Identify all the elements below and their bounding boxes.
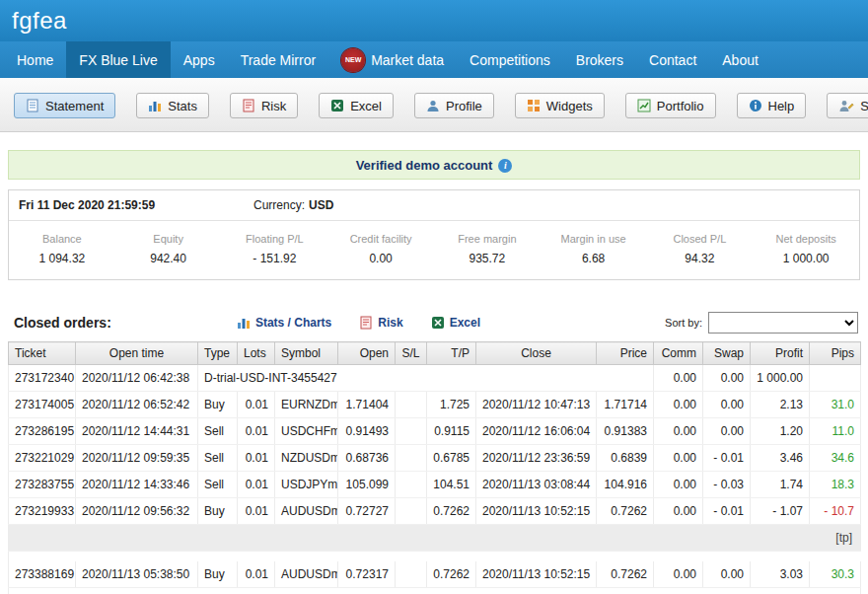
summary-value: 942.40 <box>115 252 222 265</box>
table-cell: USDJPYm <box>275 472 338 498</box>
widgets-icon <box>527 99 541 112</box>
table-cell: 1.71404 <box>338 392 396 418</box>
profile-button[interactable]: Profile <box>414 93 494 118</box>
table-cell: 0.72727 <box>338 498 396 525</box>
risk-link[interactable]: Risk <box>359 316 402 330</box>
nav-item-contact[interactable]: Contact <box>636 41 709 78</box>
nav-item-apps[interactable]: Apps <box>171 41 228 78</box>
table-cell: - 0.01 <box>703 498 751 525</box>
summary-value: 94.32 <box>647 252 754 265</box>
risk-link-label: Risk <box>378 316 402 330</box>
table-cell <box>396 418 427 445</box>
column-header-symbol: Symbol <box>275 342 338 365</box>
table-cell: 31.0 <box>810 392 861 418</box>
table-cell: 0.91383 <box>597 418 654 445</box>
nav-item-brokers[interactable]: Brokers <box>563 41 636 78</box>
nav-item-trade-mirror[interactable]: Trade Mirror <box>228 41 329 78</box>
table-cell: 1 000.00 <box>751 365 810 392</box>
table-row: 2731740052020/11/12 06:52:42Buy0.01EURNZ… <box>9 392 861 418</box>
table-row: 2731723402020/11/12 06:42:38D-trial-USD-… <box>9 365 861 392</box>
table-cell: Buy <box>198 392 238 418</box>
table-cell: 3.46 <box>751 445 810 472</box>
nav-item-competitions[interactable]: Competitions <box>457 41 563 78</box>
deposit-comment-cell: D-trial-USD-INT-3455427 <box>198 365 654 392</box>
summary-net-deposits: Net deposits 1 000.00 <box>753 233 859 265</box>
nav-item-about[interactable]: About <box>709 41 771 78</box>
risk-icon <box>359 316 373 330</box>
table-cell: 1.71714 <box>597 392 654 418</box>
sign-up-button[interactable]: Sign up <box>827 93 868 118</box>
table-cell: 0.00 <box>703 392 751 418</box>
table-cell: 273286195 <box>9 418 76 445</box>
table-cell: 0.01 <box>238 418 275 445</box>
table-cell: 0.7262 <box>427 561 476 588</box>
stats-icon <box>237 316 251 330</box>
table-cell: 0.7262 <box>427 498 476 525</box>
info-icon[interactable]: i <box>498 159 512 173</box>
table-cell: 0.00 <box>703 418 751 445</box>
column-header-pips: Pips <box>810 342 861 365</box>
table-cell: - 1.07 <box>751 498 810 525</box>
table-cell <box>396 392 427 418</box>
table-cell: 0.00 <box>654 472 703 498</box>
stats-button[interactable]: Stats <box>136 93 209 118</box>
table-cell: 2020/11/13 03:08:44 <box>476 472 597 498</box>
toolbar: Statement Stats Risk Excel Profile Widge… <box>0 78 868 132</box>
table-cell: 0.7262 <box>597 561 654 588</box>
sort-group: Sort by: <box>665 312 858 334</box>
orders-table-body: 2731723402020/11/12 06:42:38D-trial-USD-… <box>9 365 861 594</box>
statement-button[interactable]: Statement <box>14 93 115 118</box>
table-cell: 0.91493 <box>338 418 396 445</box>
risk-icon <box>242 99 255 112</box>
sort-select[interactable] <box>708 312 858 334</box>
help-button[interactable]: Help <box>737 93 807 118</box>
table-cell: 2020/11/12 14:33:46 <box>76 472 198 498</box>
nav-item-home[interactable]: Home <box>4 41 66 78</box>
table-cell: Sell <box>198 418 238 445</box>
table-cell: 0.01 <box>238 445 275 472</box>
table-cell: 0.00 <box>654 561 703 588</box>
column-header-price: Price <box>597 342 654 365</box>
close-comment-cell: [tp] <box>9 588 861 594</box>
table-cell: 0.00 <box>654 392 703 418</box>
table-cell <box>396 498 427 525</box>
table-cell: 0.00 <box>703 561 751 588</box>
column-header-open: Open <box>338 342 396 365</box>
table-cell: 0.9115 <box>427 418 476 445</box>
table-cell: 2020/11/12 09:56:32 <box>76 498 198 525</box>
orders-table: Ticket Open time Type Lots Symbol Open S… <box>8 341 861 594</box>
table-cell: 0.72317 <box>338 561 396 588</box>
table-cell: 105.099 <box>338 472 396 498</box>
table-row: 2732861952020/11/12 14:44:31Sell0.01USDC… <box>9 418 861 445</box>
table-cell: 2020/11/12 10:47:13 <box>476 392 597 418</box>
table-cell: 0.00 <box>703 365 751 392</box>
table-row: 2732837552020/11/12 14:33:46Sell0.01USDJ… <box>9 472 861 498</box>
table-cell: AUDUSDm <box>275 561 338 588</box>
summary-label: Credit facility <box>327 233 434 245</box>
widgets-button[interactable]: Widgets <box>515 93 605 118</box>
table-row: 2732210292020/11/12 09:59:35Sell0.01NZDU… <box>9 445 861 472</box>
summary-equity: Equity 942.40 <box>115 233 222 265</box>
summary-value: 0.00 <box>327 252 434 265</box>
excel-button[interactable]: Excel <box>319 93 394 118</box>
table-cell: 273221029 <box>9 445 76 472</box>
nav-item-market-data[interactable]: NEW Market data <box>328 41 457 78</box>
orders-title: Closed orders: <box>14 315 111 331</box>
table-row: 2732199332020/11/12 09:56:32Buy0.01AUDUS… <box>9 498 861 525</box>
table-cell: 104.51 <box>427 472 476 498</box>
summary-credit-facility: Credit facility 0.00 <box>327 233 434 265</box>
column-header-swap: Swap <box>703 342 751 365</box>
table-cell: 1.74 <box>751 472 810 498</box>
risk-button[interactable]: Risk <box>230 93 298 118</box>
excel-link[interactable]: Excel <box>431 316 480 330</box>
summary-closed-pl: Closed P/L 94.32 <box>647 233 754 265</box>
risk-button-label: Risk <box>261 99 286 113</box>
table-cell <box>396 472 427 498</box>
column-header-type: Type <box>198 342 238 365</box>
close-comment-cell: [tp] <box>9 525 861 552</box>
stats-charts-link[interactable]: Stats / Charts <box>237 316 331 330</box>
table-cell: 0.00 <box>654 418 703 445</box>
portfolio-button[interactable]: Portfolio <box>625 93 716 118</box>
nav-item-fx-blue-live[interactable]: FX Blue Live <box>66 41 170 78</box>
table-cell: 0.6785 <box>427 445 476 472</box>
